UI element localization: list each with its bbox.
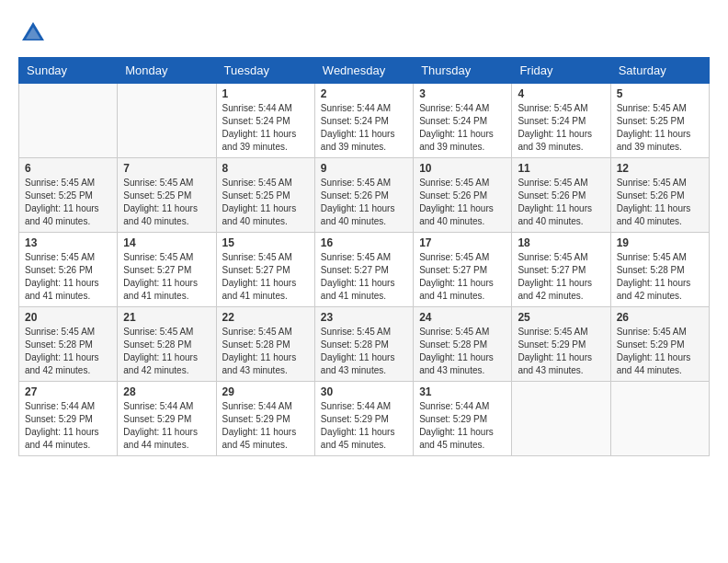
- day-number: 12: [617, 162, 703, 175]
- calendar-cell: 15Sunrise: 5:45 AM Sunset: 5:27 PM Dayli…: [216, 233, 314, 307]
- day-number: 9: [321, 162, 407, 175]
- day-info: Sunrise: 5:45 AM Sunset: 5:24 PM Dayligh…: [518, 102, 604, 154]
- calendar-cell: [118, 84, 216, 158]
- day-info: Sunrise: 5:45 AM Sunset: 5:27 PM Dayligh…: [419, 251, 506, 303]
- calendar-cell: 18Sunrise: 5:45 AM Sunset: 5:27 PM Dayli…: [512, 233, 610, 307]
- day-number: 11: [518, 162, 604, 175]
- day-number: 21: [123, 311, 210, 324]
- day-number: 14: [123, 236, 210, 249]
- day-info: Sunrise: 5:45 AM Sunset: 5:25 PM Dayligh…: [123, 177, 210, 228]
- day-number: 30: [321, 385, 407, 398]
- day-number: 16: [321, 236, 407, 249]
- calendar-cell: 29Sunrise: 5:44 AM Sunset: 5:29 PM Dayli…: [216, 382, 314, 456]
- day-number: 23: [321, 311, 407, 324]
- day-number: 31: [419, 385, 506, 398]
- day-number: 18: [518, 236, 604, 249]
- day-info: Sunrise: 5:44 AM Sunset: 5:29 PM Dayligh…: [321, 400, 407, 452]
- calendar-cell: 25Sunrise: 5:45 AM Sunset: 5:29 PM Dayli…: [512, 307, 610, 382]
- day-info: Sunrise: 5:45 AM Sunset: 5:28 PM Dayligh…: [222, 326, 309, 377]
- day-info: Sunrise: 5:45 AM Sunset: 5:27 PM Dayligh…: [123, 251, 210, 303]
- calendar-cell: [19, 84, 118, 158]
- day-number: 26: [617, 311, 703, 324]
- day-number: 25: [518, 311, 604, 324]
- day-info: Sunrise: 5:44 AM Sunset: 5:24 PM Dayligh…: [419, 102, 506, 154]
- day-info: Sunrise: 5:45 AM Sunset: 5:28 PM Dayligh…: [123, 326, 210, 377]
- day-info: Sunrise: 5:45 AM Sunset: 5:27 PM Dayligh…: [222, 251, 309, 303]
- calendar-cell: 26Sunrise: 5:45 AM Sunset: 5:29 PM Dayli…: [610, 307, 709, 382]
- calendar-cell: 21Sunrise: 5:45 AM Sunset: 5:28 PM Dayli…: [118, 307, 216, 382]
- day-info: Sunrise: 5:45 AM Sunset: 5:29 PM Dayligh…: [518, 326, 604, 377]
- day-header-friday: Friday: [512, 58, 610, 84]
- day-header-saturday: Saturday: [610, 58, 709, 84]
- calendar-cell: 1Sunrise: 5:44 AM Sunset: 5:24 PM Daylig…: [216, 84, 314, 158]
- day-number: 4: [518, 87, 604, 100]
- day-number: 3: [419, 87, 506, 100]
- day-info: Sunrise: 5:45 AM Sunset: 5:28 PM Dayligh…: [25, 326, 111, 377]
- calendar-header-row: SundayMondayTuesdayWednesdayThursdayFrid…: [19, 58, 710, 84]
- day-number: 28: [123, 385, 210, 398]
- calendar-cell: 6Sunrise: 5:45 AM Sunset: 5:25 PM Daylig…: [19, 158, 118, 233]
- day-number: 20: [25, 311, 111, 324]
- calendar-cell: 28Sunrise: 5:44 AM Sunset: 5:29 PM Dayli…: [118, 382, 216, 456]
- day-number: 27: [25, 385, 111, 398]
- day-number: 10: [419, 162, 506, 175]
- calendar-cell: 16Sunrise: 5:45 AM Sunset: 5:27 PM Dayli…: [314, 233, 413, 307]
- day-info: Sunrise: 5:45 AM Sunset: 5:28 PM Dayligh…: [419, 326, 506, 377]
- day-info: Sunrise: 5:45 AM Sunset: 5:25 PM Dayligh…: [617, 102, 703, 154]
- calendar-cell: 4Sunrise: 5:45 AM Sunset: 5:24 PM Daylig…: [512, 84, 610, 158]
- day-info: Sunrise: 5:45 AM Sunset: 5:26 PM Dayligh…: [617, 177, 703, 228]
- page-header: [18, 18, 710, 48]
- calendar-cell: 14Sunrise: 5:45 AM Sunset: 5:27 PM Dayli…: [118, 233, 216, 307]
- day-info: Sunrise: 5:44 AM Sunset: 5:29 PM Dayligh…: [419, 400, 506, 452]
- day-number: 13: [25, 236, 111, 249]
- calendar-cell: 20Sunrise: 5:45 AM Sunset: 5:28 PM Dayli…: [19, 307, 118, 382]
- calendar-cell: [610, 382, 709, 456]
- day-info: Sunrise: 5:45 AM Sunset: 5:29 PM Dayligh…: [617, 326, 703, 377]
- day-info: Sunrise: 5:44 AM Sunset: 5:29 PM Dayligh…: [222, 400, 309, 452]
- calendar-cell: 11Sunrise: 5:45 AM Sunset: 5:26 PM Dayli…: [512, 158, 610, 233]
- calendar-cell: 9Sunrise: 5:45 AM Sunset: 5:26 PM Daylig…: [314, 158, 413, 233]
- calendar-week-3: 13Sunrise: 5:45 AM Sunset: 5:26 PM Dayli…: [19, 233, 710, 307]
- day-info: Sunrise: 5:45 AM Sunset: 5:26 PM Dayligh…: [518, 177, 604, 228]
- calendar-cell: 17Sunrise: 5:45 AM Sunset: 5:27 PM Dayli…: [414, 233, 512, 307]
- day-number: 29: [222, 385, 309, 398]
- day-number: 22: [222, 311, 309, 324]
- day-info: Sunrise: 5:45 AM Sunset: 5:26 PM Dayligh…: [419, 177, 506, 228]
- calendar-cell: [512, 382, 610, 456]
- calendar-cell: 2Sunrise: 5:44 AM Sunset: 5:24 PM Daylig…: [314, 84, 413, 158]
- calendar-cell: 7Sunrise: 5:45 AM Sunset: 5:25 PM Daylig…: [118, 158, 216, 233]
- logo: [18, 18, 51, 48]
- day-number: 5: [617, 87, 703, 100]
- day-number: 8: [222, 162, 309, 175]
- calendar-cell: 31Sunrise: 5:44 AM Sunset: 5:29 PM Dayli…: [414, 382, 512, 456]
- day-number: 15: [222, 236, 309, 249]
- calendar-cell: 3Sunrise: 5:44 AM Sunset: 5:24 PM Daylig…: [414, 84, 512, 158]
- day-header-monday: Monday: [118, 58, 216, 84]
- calendar-cell: 19Sunrise: 5:45 AM Sunset: 5:28 PM Dayli…: [610, 233, 709, 307]
- day-header-sunday: Sunday: [19, 58, 118, 84]
- day-number: 2: [321, 87, 407, 100]
- day-info: Sunrise: 5:44 AM Sunset: 5:29 PM Dayligh…: [123, 400, 210, 452]
- day-info: Sunrise: 5:44 AM Sunset: 5:29 PM Dayligh…: [25, 400, 111, 452]
- day-info: Sunrise: 5:45 AM Sunset: 5:25 PM Dayligh…: [25, 177, 111, 228]
- calendar-cell: 10Sunrise: 5:45 AM Sunset: 5:26 PM Dayli…: [414, 158, 512, 233]
- calendar-week-1: 1Sunrise: 5:44 AM Sunset: 5:24 PM Daylig…: [19, 84, 710, 158]
- day-info: Sunrise: 5:45 AM Sunset: 5:28 PM Dayligh…: [321, 326, 407, 377]
- calendar-cell: 22Sunrise: 5:45 AM Sunset: 5:28 PM Dayli…: [216, 307, 314, 382]
- day-info: Sunrise: 5:45 AM Sunset: 5:26 PM Dayligh…: [25, 251, 111, 303]
- calendar-cell: 8Sunrise: 5:45 AM Sunset: 5:25 PM Daylig…: [216, 158, 314, 233]
- day-number: 24: [419, 311, 506, 324]
- day-number: 19: [617, 236, 703, 249]
- logo-icon: [18, 18, 48, 48]
- day-number: 17: [419, 236, 506, 249]
- calendar-week-5: 27Sunrise: 5:44 AM Sunset: 5:29 PM Dayli…: [19, 382, 710, 456]
- calendar-cell: 30Sunrise: 5:44 AM Sunset: 5:29 PM Dayli…: [314, 382, 413, 456]
- day-info: Sunrise: 5:45 AM Sunset: 5:27 PM Dayligh…: [518, 251, 604, 303]
- calendar-table: SundayMondayTuesdayWednesdayThursdayFrid…: [18, 57, 710, 456]
- day-header-tuesday: Tuesday: [216, 58, 314, 84]
- day-header-wednesday: Wednesday: [314, 58, 413, 84]
- calendar-cell: 12Sunrise: 5:45 AM Sunset: 5:26 PM Dayli…: [610, 158, 709, 233]
- day-info: Sunrise: 5:45 AM Sunset: 5:25 PM Dayligh…: [222, 177, 309, 228]
- day-number: 7: [123, 162, 210, 175]
- day-number: 6: [25, 162, 111, 175]
